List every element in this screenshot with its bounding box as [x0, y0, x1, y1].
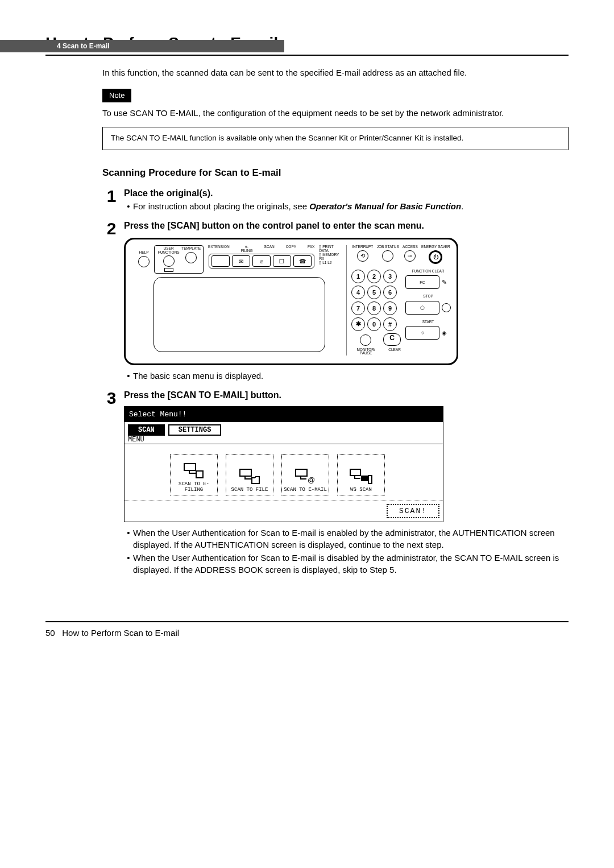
job-status-button[interactable] — [382, 250, 393, 262]
scanner-at-icon: @ — [295, 469, 316, 485]
step-number: 3 — [102, 390, 121, 576]
chapter-header: 4 Scan to E-mail — [0, 40, 284, 52]
svg-text:@: @ — [308, 476, 315, 484]
key-8[interactable]: 8 — [367, 301, 381, 315]
svg-rect-7 — [368, 476, 372, 483]
interrupt-button[interactable]: ⟲ — [357, 250, 368, 262]
step-1: 1 Place the original(s). • For instructi… — [102, 188, 569, 213]
scan-to-efiling-button[interactable]: SCAN TO E-FILING — [170, 454, 218, 495]
svg-rect-3 — [296, 469, 307, 476]
touchscreen-figure: Select Menu!! SCAN SETTINGS MENU SCAN TO… — [124, 406, 443, 522]
tab-scan[interactable]: SCAN — [128, 424, 165, 436]
step-3: 3 Press the [SCAN TO E-MAIL] button. Sel… — [102, 390, 569, 576]
scanner-folder-icon — [239, 469, 260, 485]
key-4[interactable]: 4 — [351, 286, 365, 299]
energy-saver-button[interactable]: ⏻ — [429, 250, 442, 264]
ws-scan-button[interactable]: WS SCAN — [337, 454, 385, 495]
clear-button[interactable]: C — [383, 333, 401, 346]
key-hash[interactable]: # — [383, 317, 397, 331]
scan-to-email-button[interactable]: @ SCAN TO E-MAIL — [281, 454, 329, 495]
user-functions-button[interactable] — [163, 255, 175, 267]
intro-text: In this function, the scanned data can b… — [102, 67, 569, 78]
step-3-title: Press the [SCAN TO E-MAIL] button. — [124, 390, 569, 402]
scanner-pc-icon — [350, 469, 372, 485]
extension-button[interactable] — [211, 255, 230, 267]
function-clear-button[interactable]: FC — [405, 275, 439, 289]
note-text: To use SCAN TO E-MAIL, the configuration… — [102, 107, 569, 119]
key-5[interactable]: 5 — [367, 286, 381, 299]
help-label: HELP — [139, 251, 149, 255]
step-2-title: Press the [SCAN] button on the control p… — [124, 220, 569, 232]
step-2: 2 Press the [SCAN] button on the control… — [102, 220, 569, 381]
svg-rect-1 — [196, 471, 203, 478]
step-1-title: Place the original(s). — [124, 188, 569, 200]
key-7[interactable]: 7 — [351, 301, 365, 315]
user-functions-label: USER FUNCTIONS — [157, 247, 180, 254]
template-label: TEMPLATE — [181, 247, 201, 251]
ts-title: Select Menu!! — [125, 407, 191, 422]
step-3-bullet-2: When the User Authentication for Scan to… — [133, 552, 569, 576]
key-0[interactable]: 0 — [367, 317, 381, 331]
stop-indicator-icon — [442, 303, 451, 312]
numeric-keypad: 1 2 3 4 5 6 7 8 9 ✱ — [351, 270, 401, 331]
key-star[interactable]: ✱ — [351, 317, 365, 331]
svg-rect-5 — [350, 469, 360, 476]
info-box: The SCAN TO E-MAIL function is available… — [102, 127, 569, 150]
scanner-box-icon — [184, 463, 204, 479]
scan-execute-button[interactable]: SCAN! — [387, 504, 439, 518]
svg-rect-2 — [240, 469, 251, 476]
svg-rect-6 — [361, 476, 368, 481]
step-3-bullet-1: When the User Authentication for Scan to… — [133, 527, 569, 551]
copy-button[interactable]: ❐ — [273, 255, 291, 267]
control-panel-figure: HELP USER FUNCTIONS TEMPLATE — [124, 238, 458, 365]
tab-settings[interactable]: SETTINGS — [168, 424, 222, 436]
key-9[interactable]: 9 — [383, 301, 397, 315]
key-1[interactable]: 1 — [351, 270, 365, 283]
svg-rect-0 — [184, 464, 196, 470]
fax-button[interactable]: ☎ — [293, 255, 312, 267]
step-number: 2 — [102, 220, 121, 381]
efiling-button[interactable]: ✉ — [232, 255, 250, 267]
pencil-icon: ✎ — [442, 279, 447, 286]
touch-screen[interactable] — [154, 277, 325, 352]
key-2[interactable]: 2 — [367, 270, 381, 283]
procedure-heading: Scanning Procedure for Scan to E-mail — [102, 166, 569, 180]
key-6[interactable]: 6 — [383, 286, 397, 299]
monitor-pause-button[interactable] — [360, 334, 371, 346]
step-2-after-bullet: The basic scan menu is displayed. — [133, 370, 569, 382]
page-footer: 50 How to Perform Scan to E-mail — [45, 621, 569, 638]
note-label: Note — [102, 89, 131, 102]
stop-button[interactable]: ◯ — [405, 301, 439, 315]
step-1-bullet: For instruction about placing the origin… — [133, 200, 569, 212]
menu-label: MENU — [125, 436, 443, 444]
scan-button[interactable]: ⎚ — [252, 255, 271, 267]
key-3[interactable]: 3 — [383, 270, 397, 283]
step-number: 1 — [102, 188, 121, 213]
scan-to-file-button[interactable]: SCAN TO FILE — [226, 454, 273, 495]
start-diamond-icon: ◈ — [442, 329, 446, 337]
help-button[interactable] — [138, 256, 150, 267]
template-button[interactable] — [185, 252, 197, 263]
start-button[interactable]: ◇ — [405, 326, 439, 340]
access-button[interactable]: ⊸ — [404, 250, 416, 262]
